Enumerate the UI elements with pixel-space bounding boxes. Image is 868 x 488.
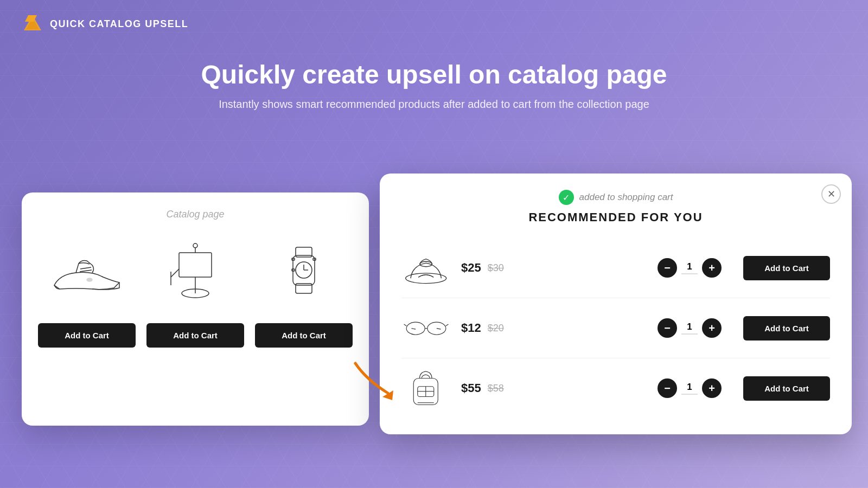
- svg-line-28: [404, 324, 406, 326]
- hat-qty-control: − 1 +: [658, 258, 722, 278]
- svg-line-30: [411, 328, 416, 329]
- glasses-image: [401, 306, 450, 350]
- glasses-price-current: $12: [461, 321, 481, 335]
- glasses-qty-value: 1: [681, 322, 698, 335]
- catalog-card: Catalog page Add to Cart: [22, 192, 369, 426]
- added-text: added to shopping cart: [579, 192, 673, 203]
- backpack-qty-value: 1: [681, 382, 698, 395]
- glasses-add-to-cart[interactable]: Add to Cart: [743, 316, 830, 341]
- svg-point-25: [406, 322, 425, 335]
- backpack-qty-decrease[interactable]: −: [658, 378, 677, 398]
- catalog-add-to-cart-shoe[interactable]: Add to Cart: [38, 323, 136, 348]
- hat-price-group: $25 $30: [461, 261, 532, 275]
- hat-price-original: $30: [488, 262, 504, 274]
- hat-price-current: $25: [461, 261, 481, 275]
- backpack-qty-control: − 1 +: [658, 378, 722, 398]
- hero-subtitle: Instantly shows smart recommended produc…: [0, 98, 868, 111]
- backpack-price-group: $55 $58: [461, 381, 532, 395]
- hero-section: Quickly create upsell on catalog page In…: [0, 60, 868, 111]
- arrow-decoration: [350, 358, 404, 401]
- backpack-image: [401, 367, 450, 410]
- svg-point-10: [193, 243, 197, 248]
- catalog-product-shoe: Add to Cart: [38, 236, 136, 348]
- hat-qty-increase[interactable]: +: [702, 258, 722, 278]
- hat-qty-value: 1: [681, 261, 698, 274]
- hat-add-to-cart[interactable]: Add to Cart: [743, 256, 830, 280]
- svg-rect-6: [179, 253, 212, 277]
- shoe-image: [43, 236, 130, 312]
- glasses-qty-decrease[interactable]: −: [658, 318, 677, 338]
- lamp-image: [152, 236, 239, 312]
- check-icon: ✓: [559, 190, 574, 205]
- recommended-product-glasses: $12 $20 − 1 + Add to Cart: [401, 298, 830, 358]
- modal-close-button[interactable]: ✕: [821, 184, 841, 204]
- backpack-price-original: $58: [488, 383, 504, 394]
- glasses-qty-control: − 1 +: [658, 318, 722, 338]
- hero-title: Quickly create upsell on catalog page: [0, 60, 868, 89]
- catalog-product-lamp: Add to Cart: [146, 236, 244, 348]
- svg-point-26: [427, 322, 445, 335]
- modal-title: RECOMMENDED FOR YOU: [401, 210, 830, 224]
- hat-qty-decrease[interactable]: −: [658, 258, 677, 278]
- header: QUICK CATALOG UPSELL: [22, 13, 188, 35]
- svg-line-31: [436, 328, 441, 329]
- svg-line-3: [80, 267, 91, 269]
- glasses-qty-increase[interactable]: +: [702, 318, 722, 338]
- catalog-add-to-cart-watch[interactable]: Add to Cart: [255, 323, 353, 348]
- backpack-qty-increase[interactable]: +: [702, 378, 722, 398]
- svg-line-11: [171, 269, 179, 277]
- recommended-product-hat: $25 $30 − 1 + Add to Cart: [401, 238, 830, 298]
- modal-added-status: ✓ added to shopping cart: [401, 190, 830, 205]
- backpack-add-to-cart[interactable]: Add to Cart: [743, 376, 830, 401]
- svg-line-29: [445, 324, 448, 326]
- upsell-modal: ✕ ✓ added to shopping cart RECOMMENDED F…: [380, 174, 852, 434]
- catalog-label: Catalog page: [38, 209, 353, 220]
- recommended-product-backpack: $55 $58 − 1 + Add to Cart: [401, 358, 830, 418]
- watch-image: [260, 236, 347, 312]
- svg-point-5: [87, 278, 92, 281]
- catalog-add-to-cart-lamp[interactable]: Add to Cart: [146, 323, 244, 348]
- hat-image: [401, 246, 450, 290]
- catalog-products: Add to Cart Add to Cart: [38, 236, 353, 348]
- logo-icon: [22, 13, 43, 35]
- backpack-price-current: $55: [461, 381, 481, 395]
- glasses-price-original: $20: [488, 323, 504, 334]
- glasses-price-group: $12 $20: [461, 321, 532, 335]
- catalog-product-watch: Add to Cart: [255, 236, 353, 348]
- svg-line-4: [80, 270, 92, 272]
- brand-name: QUICK CATALOG UPSELL: [50, 18, 188, 30]
